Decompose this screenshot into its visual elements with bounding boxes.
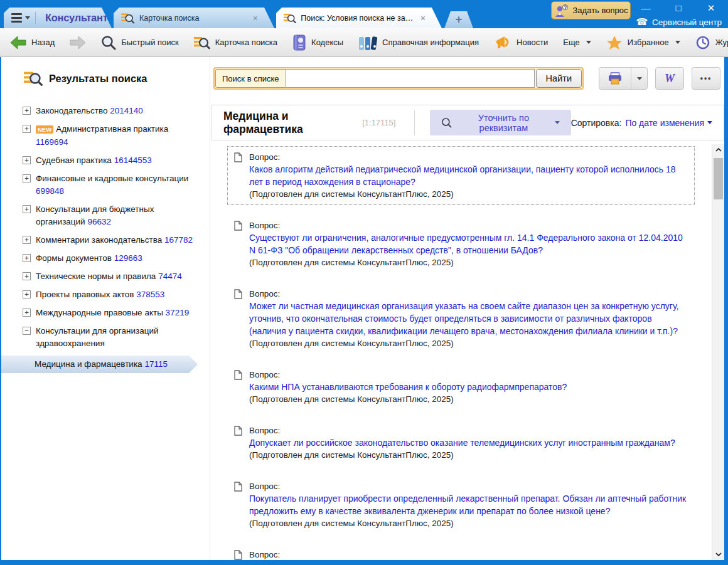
search-card-button[interactable]: Карточка поиска — [194, 35, 277, 50]
tree-item-healthcare-org-consultations[interactable]: − Консультации для организаций здравоохр… — [23, 325, 210, 350]
question-source: (Подготовлен для системы КонсультантПлюс… — [249, 337, 688, 349]
chevron-down-icon — [555, 121, 560, 124]
print-options-button[interactable] — [631, 68, 647, 89]
expand-icon[interactable]: + — [23, 272, 31, 280]
collapse-icon[interactable]: − — [23, 327, 31, 335]
vertical-scrollbar[interactable] — [712, 144, 724, 560]
question-source: (Подготовлен для системы КонсультантПлюс… — [249, 256, 688, 268]
tree-item-medicine-pharma-selected[interactable]: Медицина и фармацевтика 17115 — [1, 356, 198, 373]
results-tree: + Законодательство 2014140 + NEWАдминист… — [1, 105, 210, 350]
result-item[interactable]: Вопрос: Существуют ли ограничения, анало… — [227, 214, 695, 273]
expand-icon[interactable]: + — [23, 205, 31, 213]
phone-icon: ☎ — [636, 16, 648, 28]
question-link[interactable]: Каков алгоритм действий педиатрической м… — [249, 163, 688, 188]
more-menu-button[interactable]: Еще — [563, 38, 591, 47]
expand-icon[interactable]: + — [23, 309, 31, 317]
back-button[interactable]: Назад — [10, 35, 55, 50]
result-item[interactable]: Вопрос: Каков алгоритм действий педиатри… — [227, 146, 695, 205]
main-panel: Поиск в списке Найти — [211, 57, 724, 560]
question-source: (Подготовлен для системы КонсультантПлюс… — [249, 188, 688, 200]
expand-icon[interactable]: + — [23, 125, 31, 133]
result-item[interactable]: Вопрос: Покупатель планирует приобрести … — [227, 475, 695, 534]
tree-item-label: Консультации для организаций здравоохран… — [36, 326, 158, 348]
chevron-down-icon — [675, 41, 680, 44]
reference-info-button[interactable]: Справочная информация — [358, 34, 479, 51]
expand-icon[interactable]: + — [23, 156, 31, 164]
question-link[interactable]: Покупатель планирует приобрести определе… — [249, 492, 688, 517]
result-item[interactable]: Вопрос: Допускает ли российское законода… — [227, 420, 695, 466]
tree-item-document-forms[interactable]: + Формы документов 129663 — [23, 252, 210, 265]
printer-icon — [608, 72, 622, 85]
result-item[interactable]: Вопрос: Предусмотрена ли ответственность… — [227, 544, 695, 560]
tab-close-icon[interactable]: × — [252, 13, 259, 23]
result-body: Вопрос: Допускает ли российское законода… — [249, 425, 675, 461]
tree-item-count: 1169694 — [36, 137, 68, 147]
search-icon — [101, 35, 116, 50]
list-search-row: Поиск в списке Найти — [213, 67, 720, 90]
expand-icon[interactable]: + — [23, 107, 31, 115]
refine-by-requisites-button[interactable]: Уточнить по реквизитам — [430, 110, 570, 135]
tree-item-legislation[interactable]: + Законодательство 2014140 — [23, 105, 210, 117]
expand-icon[interactable]: + — [23, 236, 31, 244]
refine-label: Уточнить по реквизитам — [458, 113, 549, 133]
question-link[interactable]: Допускает ли российское законодательство… — [249, 436, 675, 449]
favorites-button[interactable]: Избранное — [606, 35, 680, 50]
tree-item-draft-legal-acts[interactable]: + Проекты правовых актов 378553 — [23, 288, 210, 301]
maximize-icon[interactable]: □ — [673, 3, 684, 14]
tree-item-budget-org-consultations[interactable]: + Консультации для бюджетных организаций… — [23, 203, 210, 228]
tree-item-technical-norms[interactable]: + Технические нормы и правила 74474 — [23, 270, 210, 283]
tab-active-search[interactable]: Поиск: Условия поиска не заданы × — [276, 8, 442, 28]
tree-item-financial-hr-consultations[interactable]: + Финансовые и кадровые консультации 699… — [23, 172, 210, 198]
expand-icon[interactable]: + — [23, 254, 31, 262]
tree-item-international-legal-acts[interactable]: + Международные правовые акты 37219 — [23, 307, 210, 319]
codes-label: Кодексы — [311, 38, 343, 47]
tree-item-court-practice[interactable]: + Судебная практика 16144553 — [23, 154, 210, 167]
print-button[interactable] — [599, 68, 631, 89]
tab-home[interactable]: КонсультантПлюс — [4, 8, 112, 28]
codes-button[interactable]: Кодексы — [292, 34, 343, 51]
ask-question-button[interactable]: Задать вопрос — [551, 1, 631, 19]
find-button[interactable]: Найти — [536, 69, 582, 88]
search-input[interactable] — [286, 69, 535, 88]
export-word-button[interactable]: W — [655, 67, 684, 90]
main-menu-button[interactable] — [9, 12, 36, 24]
news-button[interactable]: Новости — [494, 35, 548, 50]
expand-icon[interactable]: + — [23, 174, 31, 182]
close-icon[interactable]: ✕ — [705, 3, 717, 14]
new-tab-button[interactable]: + — [444, 11, 473, 28]
toolbar: Назад Быстрый поиск Карточка поиска — [0, 28, 728, 57]
sidebar-title: Результаты поиска — [49, 73, 147, 85]
tree-item-label: Формы документов — [36, 253, 112, 263]
result-item[interactable]: Вопрос: Какими НПА устанавливаются требо… — [227, 364, 695, 410]
forward-button[interactable] — [70, 35, 86, 50]
scroll-down-icon[interactable] — [712, 549, 724, 560]
question-link[interactable]: Может ли частная медицинская организация… — [249, 300, 688, 337]
question-link[interactable]: Какими НПА устанавливаются требования к … — [249, 381, 567, 393]
question-link[interactable]: Существуют ли ограничения, аналогичные п… — [249, 231, 688, 256]
binders-icon — [358, 34, 377, 51]
expand-icon[interactable]: + — [23, 290, 31, 298]
quick-search-label: Быстрый поиск — [121, 38, 179, 47]
list-title: Медицина и фармацевтика — [223, 110, 356, 136]
more-actions-button[interactable]: ••• — [692, 67, 720, 90]
tab-card-search[interactable]: Карточка поиска × — [114, 8, 274, 28]
question-source: (Подготовлен для системы КонсультантПлюс… — [249, 517, 688, 529]
sort-value-dropdown[interactable]: По дате изменения — [625, 118, 712, 128]
forward-arrow-icon — [70, 35, 86, 50]
search-card-label: Карточка поиска — [215, 38, 277, 47]
service-center[interactable]: ☎ Сервисный центр — [636, 16, 722, 28]
results-list: Вопрос: Каков алгоритм действий педиатри… — [212, 144, 711, 560]
tab-close-icon[interactable]: × — [419, 13, 427, 23]
tree-item-legislation-comments[interactable]: + Комментарии законодательства 167782 — [23, 234, 210, 246]
journal-label: Журнал — [715, 38, 728, 47]
scrollbar-thumb[interactable] — [714, 158, 723, 199]
tree-item-administrative-practice[interactable]: + NEWАдминистративная практика 1169694 — [23, 123, 210, 149]
tree-item-count: 378553 — [136, 290, 164, 299]
minimize-icon[interactable]: — — [640, 3, 651, 14]
question-prefix: Вопрос: — [249, 549, 688, 560]
result-item[interactable]: Вопрос: Может ли частная медицинская орг… — [227, 283, 695, 354]
journal-button[interactable]: Журнал — [695, 35, 728, 50]
question-prefix: Вопрос: — [249, 425, 675, 436]
quick-search-button[interactable]: Быстрый поиск — [101, 35, 179, 50]
scroll-up-icon[interactable] — [712, 144, 724, 156]
